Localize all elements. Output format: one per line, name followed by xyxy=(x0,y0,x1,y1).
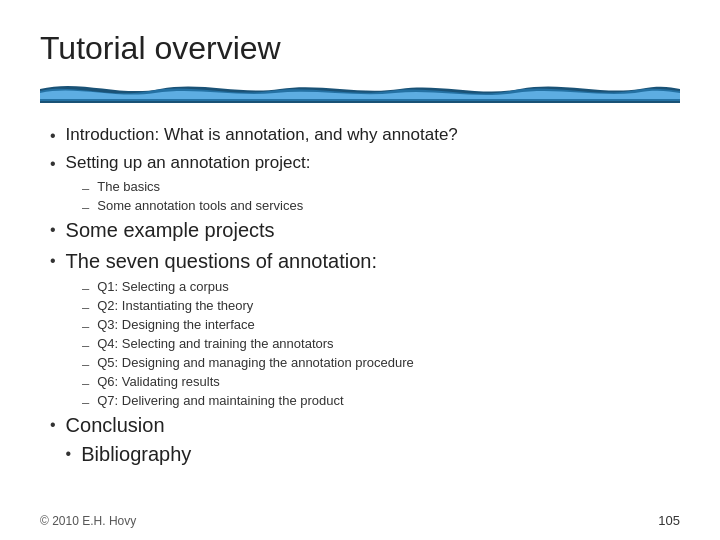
list-item: • Conclusion xyxy=(50,414,680,437)
bullet-point: • xyxy=(50,221,56,239)
wave-divider xyxy=(40,75,680,103)
dash-icon: – xyxy=(82,338,89,353)
bullet-4-text: The seven questions of annotation: xyxy=(66,250,377,273)
sub-item-text: The basics xyxy=(97,179,160,194)
bullet-2-text: Setting up an annotation project: xyxy=(66,153,311,173)
bullet-1-text: Introduction: What is annotation, and wh… xyxy=(66,125,458,145)
dash-icon: – xyxy=(82,200,89,215)
dash-icon: – xyxy=(82,300,89,315)
list-item: • Setting up an annotation project: – Th… xyxy=(50,153,680,215)
copyright-text: © 2010 E.H. Hovy xyxy=(40,514,136,528)
list-item: – Q4: Selecting and training the annotat… xyxy=(82,336,680,353)
sub-item-text: Q5: Designing and managing the annotatio… xyxy=(97,355,414,370)
dash-icon: – xyxy=(82,319,89,334)
list-item: – Q3: Designing the interface xyxy=(82,317,680,334)
list-item: – Q6: Validating results xyxy=(82,374,680,391)
sub-items-group: – Q1: Selecting a corpus – Q2: Instantia… xyxy=(82,279,680,410)
sub-item-text: Q7: Delivering and maintaining the produ… xyxy=(97,393,343,408)
sub-item-text: Q6: Validating results xyxy=(97,374,220,389)
sub-items-group: – The basics – Some annotation tools and… xyxy=(82,179,680,215)
bullet-point: • xyxy=(66,445,72,463)
bullet-point: • xyxy=(50,155,56,173)
list-item: • • Bibliography xyxy=(50,443,680,466)
dash-icon: – xyxy=(82,357,89,372)
list-item: – Q2: Instantiating the theory xyxy=(82,298,680,315)
list-item: – Q7: Delivering and maintaining the pro… xyxy=(82,393,680,410)
list-item: – Some annotation tools and services xyxy=(82,198,680,215)
dash-icon: – xyxy=(82,376,89,391)
list-item: • Introduction: What is annotation, and … xyxy=(50,125,680,145)
slide-title: Tutorial overview xyxy=(40,30,680,67)
bullet-3-text: Some example projects xyxy=(66,219,275,242)
content-area: • Introduction: What is annotation, and … xyxy=(40,125,680,466)
list-item: – Q1: Selecting a corpus xyxy=(82,279,680,296)
bullet-point: • xyxy=(50,127,56,145)
list-item: – Q5: Designing and managing the annotat… xyxy=(82,355,680,372)
slide-footer: © 2010 E.H. Hovy 105 xyxy=(40,513,680,528)
sub-item-text: Some annotation tools and services xyxy=(97,198,303,213)
sub-item-text: Q4: Selecting and training the annotator… xyxy=(97,336,333,351)
dash-icon: – xyxy=(82,181,89,196)
bullet-point: • xyxy=(50,252,56,270)
dash-icon: – xyxy=(82,395,89,410)
dash-icon: – xyxy=(82,281,89,296)
list-item: • The seven questions of annotation: – Q… xyxy=(50,250,680,410)
sub-item-text: Q1: Selecting a corpus xyxy=(97,279,229,294)
bullet-point: • xyxy=(50,416,56,434)
bullet-5-text: Conclusion xyxy=(66,414,165,437)
sub-item-text: Q3: Designing the interface xyxy=(97,317,255,332)
slide: Tutorial overview • Introduction: What i… xyxy=(0,0,720,540)
list-item: • Some example projects xyxy=(50,219,680,242)
bullet-6-text: Bibliography xyxy=(81,443,191,466)
sub-item-text: Q2: Instantiating the theory xyxy=(97,298,253,313)
list-item: – The basics xyxy=(82,179,680,196)
page-number: 105 xyxy=(658,513,680,528)
